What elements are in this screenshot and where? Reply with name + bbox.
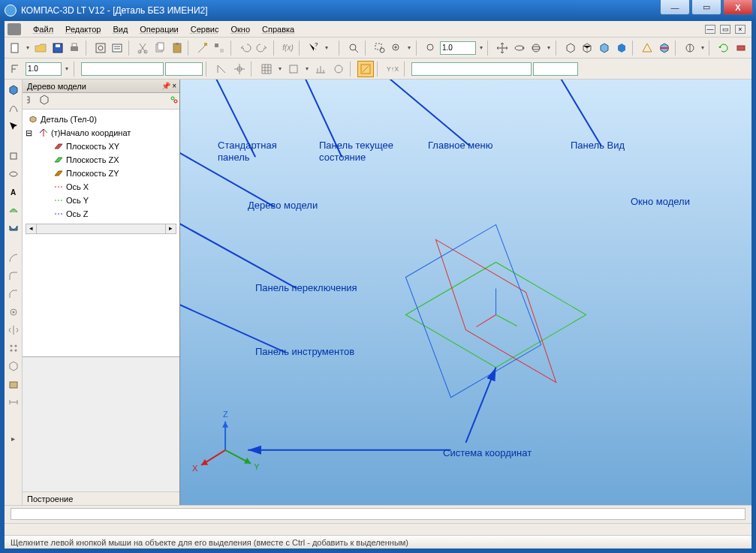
property-bar-2: [5, 523, 751, 535]
shaded-icon[interactable]: [613, 40, 629, 56]
mdi-minimize[interactable]: —: [705, 25, 715, 34]
new-dropdown[interactable]: ▾: [25, 40, 32, 56]
copy-props-icon[interactable]: [195, 40, 211, 56]
strip-box2-icon[interactable]: [6, 377, 21, 392]
strip-curve-icon[interactable]: [6, 101, 21, 116]
strip-hole-icon[interactable]: [6, 305, 21, 320]
camera-icon[interactable]: [8, 23, 21, 35]
strip-dim-icon[interactable]: [6, 395, 21, 410]
view1-icon[interactable]: [682, 40, 697, 56]
toggle-b-icon[interactable]: [330, 61, 347, 77]
strip-fillet-icon[interactable]: [6, 269, 21, 284]
menu-file[interactable]: Файл: [27, 23, 59, 35]
menu-service[interactable]: Сервис: [185, 23, 225, 35]
zoom-value-input[interactable]: [440, 41, 476, 55]
rebuild-icon[interactable]: [733, 40, 749, 56]
undo-icon[interactable]: [237, 40, 253, 56]
menu-operations[interactable]: Операции: [134, 23, 184, 35]
strip-revolve-icon[interactable]: [6, 167, 21, 182]
snap-toggle-dropdown[interactable]: ▾: [303, 61, 311, 77]
fx-icon[interactable]: f(x): [280, 40, 296, 56]
strip-expand-icon[interactable]: ▸: [6, 431, 21, 446]
help-dropdown[interactable]: ▾: [323, 40, 330, 56]
snap-toggle-icon[interactable]: [285, 61, 302, 77]
step-dropdown[interactable]: ▾: [63, 61, 71, 77]
zoom-in-icon[interactable]: [389, 40, 405, 56]
minimize-button[interactable]: —: [660, 0, 690, 15]
view1-dropdown[interactable]: ▾: [699, 40, 706, 56]
strip-extrude-icon[interactable]: [6, 149, 21, 164]
properties-icon[interactable]: [110, 40, 125, 56]
titlebar: КОМПАС-3D LT V12 - [Деталь БЕЗ ИМЕНИ2] —…: [0, 0, 756, 21]
strip-surface-icon[interactable]: [6, 203, 21, 218]
grid-dropdown[interactable]: ▾: [276, 61, 284, 77]
ortho-icon[interactable]: [213, 61, 230, 77]
refresh-icon[interactable]: [716, 40, 732, 56]
svg-point-54: [174, 100, 177, 103]
help-pointer-icon[interactable]: ?: [306, 40, 321, 56]
state-field-4[interactable]: [533, 62, 578, 76]
copy-icon[interactable]: [152, 40, 168, 56]
zoom-scale-icon[interactable]: [423, 40, 438, 56]
menu-help[interactable]: Справка: [256, 23, 300, 35]
save-icon[interactable]: [50, 40, 65, 56]
redo-icon[interactable]: [255, 40, 270, 56]
state-field-2[interactable]: [165, 62, 203, 76]
preview-icon[interactable]: [92, 40, 108, 56]
model-viewport[interactable]: Z Y X: [180, 80, 751, 505]
strip-box-icon[interactable]: [6, 359, 21, 374]
strip-surface2-icon[interactable]: [6, 221, 21, 236]
close-button[interactable]: X: [723, 0, 753, 15]
grid-icon[interactable]: [258, 61, 275, 77]
tree-tb-tree-icon[interactable]: [26, 95, 36, 108]
zoom-fit-icon[interactable]: [346, 40, 362, 56]
menu-editor[interactable]: Редактор: [59, 23, 107, 35]
tree-pin-icon[interactable]: 📌: [161, 82, 170, 90]
rotate-view-icon[interactable]: [511, 40, 527, 56]
toggle-a-icon[interactable]: [312, 61, 329, 77]
snap-icon[interactable]: [231, 61, 248, 77]
pan-icon[interactable]: [495, 40, 511, 56]
orbit-dropdown[interactable]: ▾: [546, 40, 553, 56]
zoom-window-icon[interactable]: [372, 40, 387, 56]
wireframe-icon[interactable]: [563, 40, 579, 56]
strip-cube-icon[interactable]: [6, 83, 21, 98]
menu-window[interactable]: Окно: [224, 23, 256, 35]
strip-mirror-icon[interactable]: [6, 323, 21, 338]
match-props-icon[interactable]: [212, 40, 227, 56]
step-value-input[interactable]: [26, 62, 62, 76]
mdi-restore[interactable]: ▭: [720, 25, 730, 34]
hidden-lines-icon[interactable]: [580, 40, 595, 56]
maximize-button[interactable]: ▭: [691, 0, 721, 15]
strip-pattern-icon[interactable]: [6, 341, 21, 356]
menu-view[interactable]: Вид: [107, 23, 134, 35]
cut-icon[interactable]: [135, 40, 151, 56]
section-view-icon[interactable]: [656, 40, 672, 56]
orbit-icon[interactable]: [529, 40, 544, 56]
strip-text-icon[interactable]: А: [6, 185, 21, 200]
strip-chamfer-icon[interactable]: [6, 287, 21, 302]
tree-tb-cube-icon[interactable]: [39, 95, 50, 108]
state-field-1[interactable]: [81, 62, 164, 76]
strip-cursor-icon[interactable]: [6, 119, 21, 134]
mdi-close[interactable]: ×: [735, 25, 745, 34]
strip-arc-icon[interactable]: [6, 251, 21, 266]
zoom-dropdown[interactable]: ▾: [405, 40, 412, 56]
perspective-icon[interactable]: [640, 40, 655, 56]
tree-tb-filter-icon[interactable]: [169, 95, 179, 108]
new-document-icon[interactable]: [8, 40, 23, 56]
tree-status-label: Построение: [27, 494, 73, 503]
svg-rect-49: [10, 382, 17, 388]
sketch-mode-icon[interactable]: [357, 61, 374, 77]
tree-scrollbar[interactable]: ◂ ▸: [26, 224, 176, 234]
shaded-edges-icon[interactable]: [597, 40, 613, 56]
paste-icon[interactable]: [169, 40, 185, 56]
tree-body[interactable]: Деталь (Тел-0) ⊟ (т)Начало координат Пло…: [23, 110, 179, 356]
print-icon[interactable]: [67, 40, 83, 56]
zoom-value-dropdown[interactable]: ▾: [477, 40, 484, 56]
step-icon[interactable]: [8, 61, 24, 77]
tree-close-icon[interactable]: ×: [172, 82, 176, 90]
coord-toggle-icon[interactable]: Y↑X: [384, 61, 401, 77]
open-icon[interactable]: [33, 40, 49, 56]
state-field-3[interactable]: [411, 62, 532, 76]
